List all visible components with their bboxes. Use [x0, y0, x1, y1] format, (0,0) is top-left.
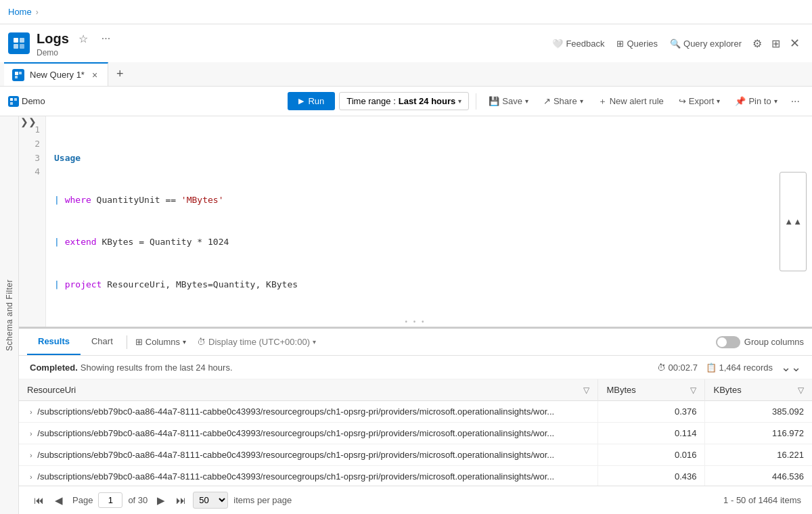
page-size-select[interactable]: 50 100 200 [193, 492, 228, 509]
columns-label: Columns [145, 337, 180, 347]
svg-rect-1 [20, 38, 24, 43]
results-table: ResourceUri ▽ MBytes ▽ [19, 379, 812, 486]
expand-results-button[interactable]: ⌄⌄ [781, 360, 801, 375]
export-label: Export [689, 96, 715, 106]
svg-rect-2 [14, 44, 18, 49]
group-columns-label: Group columns [744, 337, 804, 347]
cell-resource-1: › /subscriptions/ebb79bc0-aa86-44a7-8111… [19, 423, 598, 444]
tab-separator [127, 335, 127, 349]
query-explorer-button[interactable]: 🔍 Query explorer [664, 36, 747, 51]
tab-results[interactable]: Results [27, 329, 81, 355]
header-actions: 🤍 Feedback ⊞ Queries 🔍 Query explorer ⚙ … [547, 33, 804, 53]
main-area: Schema and Filter ❯❯ 1 2 3 4 Usage | whe… [0, 116, 812, 514]
run-label: Run [308, 96, 324, 106]
clock-icon-2: ⏱ [657, 363, 666, 373]
cell-mbytes-2: 0.016 [598, 444, 705, 466]
first-page-button[interactable]: ⏮ [30, 492, 48, 508]
save-chevron-icon: ▾ [525, 97, 528, 105]
new-alert-button[interactable]: ＋ New alert rule [593, 93, 669, 110]
results-tab-label: Results [38, 336, 70, 346]
tab-close-button[interactable]: × [90, 69, 99, 81]
settings-button[interactable]: ⚙ [748, 34, 766, 53]
side-panel-label: Schema and Filter [5, 279, 14, 351]
records-value: 1,464 records [719, 363, 773, 373]
column-header-mbytes: MBytes ▽ [598, 379, 705, 401]
share-button[interactable]: ↗ Share ▾ [538, 93, 589, 109]
queries-button[interactable]: ⊞ Queries [611, 36, 663, 51]
pin-icon: 📌 [735, 96, 746, 106]
toggle-knob [717, 337, 727, 347]
kbytes-label: KBytes [713, 385, 741, 395]
scope-label: Demo [22, 96, 45, 106]
app-title-text: Logs [37, 30, 69, 47]
favorite-button[interactable]: ☆ [74, 30, 92, 48]
results-table-container: ResourceUri ▽ MBytes ▽ [19, 379, 812, 486]
status-right: ⏱ 00:02.7 📋 1,464 records ⌄⌄ [657, 360, 801, 375]
prev-page-button[interactable]: ◀ [51, 492, 67, 509]
status-bar: Completed. Showing results from the last… [19, 356, 812, 379]
row-expand-icon-1[interactable]: › [27, 429, 35, 438]
svg-rect-8 [14, 98, 17, 101]
cell-resource-0: › /subscriptions/ebb79bc0-aa86-44a7-8111… [19, 401, 598, 423]
home-link[interactable]: Home [8, 7, 32, 17]
svg-rect-4 [15, 72, 18, 75]
tab-new-query-1[interactable]: New Query 1* × [4, 62, 108, 86]
group-toggle-switch[interactable] [716, 336, 740, 348]
save-button[interactable]: 💾 Save ▾ [483, 93, 534, 109]
feedback-button[interactable]: 🤍 Feedback [547, 36, 610, 51]
row-expand-icon-0[interactable]: › [27, 408, 35, 416]
side-panel[interactable]: Schema and Filter [0, 116, 19, 514]
save-icon: 💾 [489, 96, 499, 106]
line-num-2: 2 [19, 137, 45, 151]
column-header-resource: ResourceUri ▽ [19, 379, 598, 401]
content-area: ❯❯ 1 2 3 4 Usage | where QuantityUnit ==… [19, 116, 812, 514]
svg-rect-6 [15, 76, 18, 78]
mbytes-filter-icon[interactable]: ▽ [690, 386, 696, 395]
run-icon: ▶ [298, 97, 304, 106]
kbytes-filter-icon[interactable]: ▽ [798, 386, 804, 395]
close-button[interactable]: ✕ [786, 33, 804, 53]
collapse-editor-button[interactable]: ▲▲ [780, 172, 807, 272]
page-number-input[interactable] [98, 492, 122, 508]
more-actions-button[interactable]: ··· [787, 93, 804, 110]
columns-button[interactable]: ⊞ Columns ▾ [130, 334, 191, 350]
display-time-chevron-icon: ▾ [313, 338, 316, 346]
run-button[interactable]: ▶ Run [288, 92, 335, 110]
results-area: Results Chart ⊞ Columns ▾ ⏱ Display time… [19, 329, 812, 514]
table-row: › /subscriptions/ebb79bc0-aa86-44a7-8111… [19, 444, 812, 466]
time-range-button[interactable]: Time range : Last 24 hours ▾ [339, 92, 469, 110]
collapse-sidebar-button[interactable]: ❯❯ [20, 116, 37, 127]
code-editor[interactable]: Usage | where QuantityUnit == 'MBytes' |… [46, 116, 812, 327]
new-alert-label: New alert rule [610, 96, 664, 106]
explorer-label: Query explorer [683, 39, 742, 49]
chevron-down-icon: ▾ [458, 97, 461, 105]
time-range-label: Time range : [346, 96, 396, 106]
chart-tab-label: Chart [91, 336, 113, 346]
share-chevron-icon: ▾ [580, 97, 583, 105]
editor-drag-handle[interactable]: • • • [405, 318, 426, 325]
tab-bar: New Query 1* × + [0, 62, 812, 87]
elapsed-time: ⏱ 00:02.7 [657, 363, 698, 373]
scope-icon [8, 96, 19, 107]
svg-rect-0 [14, 38, 18, 43]
last-page-button[interactable]: ⏭ [172, 492, 190, 508]
new-alert-icon: ＋ [598, 95, 607, 108]
share-label: Share [554, 96, 577, 106]
tab-label: New Query 1* [30, 70, 85, 80]
query-toolbar: Demo ▶ Run Time range : Last 24 hours ▾ … [0, 87, 812, 116]
next-page-button[interactable]: ▶ [153, 492, 169, 509]
resource-filter-icon[interactable]: ▽ [583, 386, 589, 395]
tab-chart[interactable]: Chart [81, 329, 124, 355]
display-time-button[interactable]: ⏱ Display time (UTC+00:00) ▾ [191, 334, 321, 350]
cell-kbytes-0: 385.092 [705, 401, 812, 423]
elapsed-value: 00:02.7 [669, 363, 698, 373]
layout-button[interactable]: ⊞ [767, 34, 784, 53]
pagination-total: 1 - 50 of 1464 items [723, 495, 801, 505]
row-expand-icon-3[interactable]: › [27, 473, 35, 481]
cell-kbytes-2: 16.221 [705, 444, 812, 466]
pin-button[interactable]: 📌 Pin to ▾ [729, 93, 782, 109]
export-button[interactable]: ↪ Export ▾ [673, 93, 726, 109]
more-options-button[interactable]: ··· [97, 30, 114, 47]
new-tab-button[interactable]: + [111, 64, 129, 84]
row-expand-icon-2[interactable]: › [27, 451, 35, 459]
